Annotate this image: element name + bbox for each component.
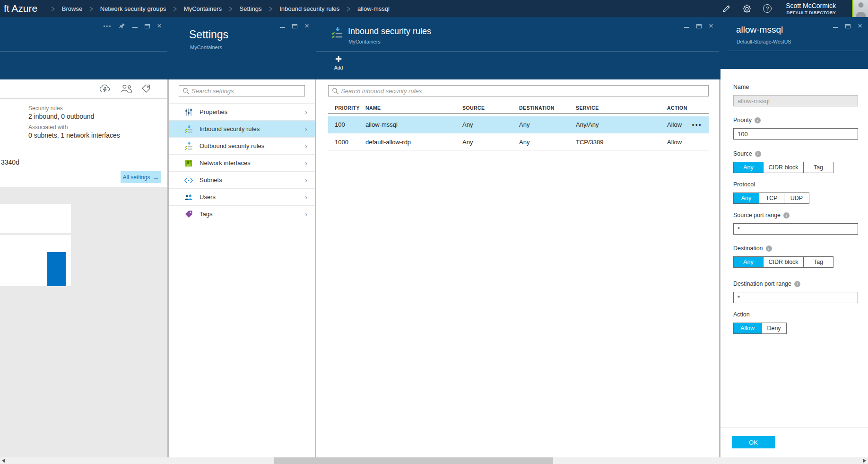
destination-option-any[interactable]: Any bbox=[733, 256, 764, 268]
close-icon[interactable]: × bbox=[709, 23, 713, 29]
info-icon: i bbox=[794, 281, 800, 287]
settings-item-label: Properties bbox=[200, 104, 227, 121]
ok-button[interactable]: OK bbox=[732, 436, 775, 448]
close-icon[interactable]: × bbox=[157, 23, 162, 29]
name-field-group: Name bbox=[733, 83, 858, 106]
outbound-rules-icon bbox=[184, 142, 193, 150]
settings-search-box bbox=[179, 85, 305, 96]
settings-search-input[interactable] bbox=[191, 86, 303, 96]
user-menu[interactable]: Scott McCormick DEFAULT DIRECTORY bbox=[786, 2, 836, 15]
source-port-label: Source port range bbox=[733, 212, 781, 219]
horizontal-scrollbar[interactable] bbox=[0, 457, 868, 464]
cell-source: Any bbox=[456, 116, 512, 133]
priority-label: Priority bbox=[733, 117, 752, 123]
scrollbar-thumb[interactable] bbox=[274, 457, 553, 464]
breadcrumb-item-browse[interactable]: Browse bbox=[62, 5, 82, 12]
monitoring-chart-tile[interactable] bbox=[0, 235, 71, 286]
feedback-pencil-icon[interactable] bbox=[721, 4, 731, 13]
rule-row-allow-mssql[interactable]: 100 allow-mssql Any Any Any/Any Allow ••… bbox=[328, 116, 709, 133]
breadcrumb-item-mycontainers[interactable]: MyContainers bbox=[184, 5, 222, 12]
breadcrumb-item-settings[interactable]: Settings bbox=[240, 5, 262, 12]
help-icon[interactable]: ? bbox=[763, 4, 772, 13]
rule-row-default-allow-rdp[interactable]: 1000 default-allow-rdp Any Any TCP/3389 … bbox=[328, 134, 709, 150]
info-icon: i bbox=[766, 245, 772, 252]
source-option-any[interactable]: Any bbox=[733, 162, 764, 173]
cell-service: Any/Any bbox=[569, 116, 660, 133]
cloud-lightning-icon[interactable] bbox=[98, 84, 112, 96]
name-label: Name bbox=[733, 84, 749, 90]
priority-field[interactable] bbox=[733, 128, 858, 140]
window-controls: × bbox=[833, 23, 862, 29]
breadcrumb-item-inbound-rules[interactable]: Inbound security rules bbox=[279, 5, 339, 12]
rules-search-box bbox=[328, 85, 709, 96]
more-options-icon[interactable]: ••• bbox=[104, 23, 112, 29]
settings-item-users[interactable]: Users › bbox=[169, 188, 315, 205]
action-option-allow[interactable]: Allow bbox=[733, 323, 762, 334]
cell-name: default-allow-rdp bbox=[359, 134, 456, 150]
blade-title: Settings bbox=[189, 28, 228, 41]
settings-item-network-interfaces[interactable]: Network interfaces › bbox=[169, 154, 315, 171]
minimize-icon[interactable] bbox=[280, 23, 285, 29]
all-settings-button[interactable]: All settings → bbox=[121, 171, 161, 183]
source-option-cidr[interactable]: CIDR block bbox=[763, 162, 804, 173]
search-icon bbox=[182, 88, 190, 95]
maximize-icon[interactable] bbox=[145, 23, 150, 29]
action-label: Action bbox=[733, 311, 750, 318]
settings-item-properties[interactable]: Properties › bbox=[169, 103, 315, 120]
overview-toolbar-icons bbox=[98, 84, 150, 96]
properties-icon bbox=[184, 108, 193, 116]
chevron-right-icon: › bbox=[305, 189, 307, 206]
header-divider bbox=[316, 51, 719, 52]
window-controls: × bbox=[280, 23, 309, 29]
settings-item-tags[interactable]: Tags › bbox=[169, 205, 315, 222]
minimize-icon[interactable] bbox=[833, 23, 838, 29]
settings-item-inbound-security-rules[interactable]: Inbound security rules › bbox=[169, 120, 315, 137]
action-option-deny[interactable]: Deny bbox=[761, 323, 787, 334]
settings-gear-icon[interactable] bbox=[742, 4, 752, 13]
cell-destination: Any bbox=[512, 116, 569, 133]
overview-tile[interactable] bbox=[0, 204, 71, 233]
source-option-tag[interactable]: Tag bbox=[803, 162, 833, 173]
close-icon[interactable]: × bbox=[858, 23, 862, 29]
destination-option-tag[interactable]: Tag bbox=[803, 256, 833, 268]
maximize-icon[interactable] bbox=[292, 23, 297, 29]
breadcrumb-item-nsg[interactable]: Network security groups bbox=[100, 5, 166, 12]
breadcrumb-separator-icon: > bbox=[269, 3, 273, 14]
pin-icon[interactable] bbox=[119, 23, 125, 29]
search-icon bbox=[332, 88, 339, 95]
users-outline-icon[interactable] bbox=[120, 84, 133, 95]
settings-item-outbound-security-rules[interactable]: Outbound security rules › bbox=[169, 137, 315, 154]
scroll-left-arrow-icon[interactable] bbox=[2, 459, 5, 463]
close-icon[interactable]: × bbox=[304, 23, 309, 29]
add-rule-button[interactable]: + Add bbox=[330, 54, 347, 70]
minimize-icon[interactable] bbox=[684, 23, 689, 29]
protocol-option-any[interactable]: Any bbox=[733, 193, 759, 204]
rules-search-input[interactable] bbox=[341, 86, 706, 96]
azure-logo[interactable]: ft Azure bbox=[4, 3, 37, 14]
column-header-action: ACTION bbox=[660, 101, 709, 114]
settings-item-label: Inbound security rules bbox=[200, 121, 260, 138]
settings-item-subnets[interactable]: Subnets › bbox=[169, 171, 315, 188]
avatar-torso-shape bbox=[856, 12, 866, 17]
tag-outline-icon[interactable] bbox=[141, 84, 150, 95]
scroll-right-arrow-icon[interactable] bbox=[863, 459, 866, 463]
maximize-icon[interactable] bbox=[696, 23, 702, 29]
chevron-right-icon: › bbox=[305, 206, 307, 223]
user-name: Scott McCormick bbox=[786, 2, 836, 10]
protocol-option-udp[interactable]: UDP bbox=[784, 193, 809, 204]
source-port-field[interactable] bbox=[733, 223, 858, 235]
breadcrumb-item-allow-mssql[interactable]: allow-mssql bbox=[357, 5, 390, 12]
destination-port-field[interactable] bbox=[733, 292, 858, 303]
destination-option-cidr[interactable]: CIDR block bbox=[763, 256, 804, 268]
rules-table-header: PRIORITY NAME SOURCE DESTINATION SERVICE… bbox=[328, 101, 709, 114]
avatar[interactable] bbox=[852, 0, 868, 17]
protocol-option-tcp[interactable]: TCP bbox=[759, 193, 784, 204]
avatar-head-shape bbox=[858, 2, 863, 8]
maximize-icon[interactable] bbox=[845, 23, 851, 29]
settings-item-label: Outbound security rules bbox=[200, 138, 264, 155]
minimize-icon[interactable] bbox=[132, 23, 138, 29]
row-context-menu-icon[interactable]: ••• bbox=[692, 116, 702, 133]
cell-priority: 1000 bbox=[328, 134, 359, 150]
breadcrumb-separator-icon: > bbox=[51, 3, 55, 14]
window-controls: × bbox=[684, 23, 713, 29]
